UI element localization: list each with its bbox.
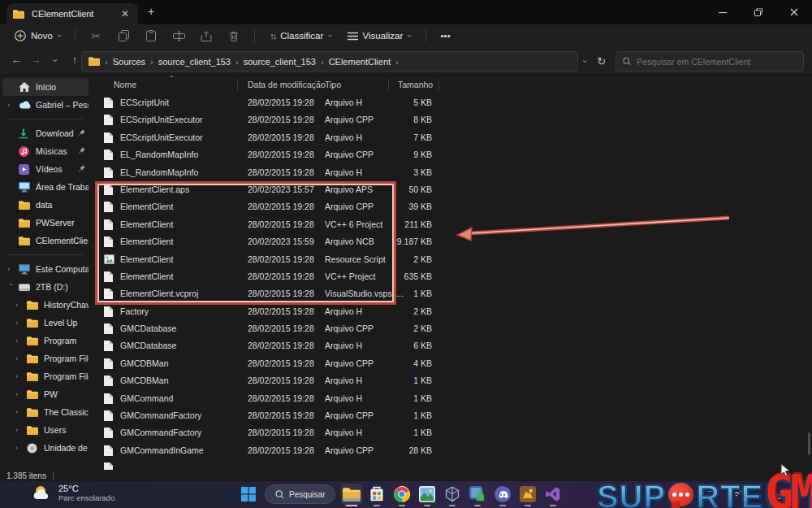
expand-chevron-icon[interactable]: › — [15, 354, 23, 363]
sidebar-item-pw[interactable]: ›PW — [2, 385, 89, 403]
search-input[interactable] — [637, 57, 797, 67]
more-options-button[interactable]: ••• — [434, 28, 457, 43]
sidebar-item-the-classic-pw[interactable]: ›The Classic PW — [2, 403, 89, 421]
file-row[interactable]: ECScriptUnit 28/02/2015 19:28 Arquivo H … — [91, 94, 812, 111]
delete-icon[interactable] — [222, 31, 246, 41]
file-row[interactable]: ElementClient 28/02/2015 19:28 VC++ Proj… — [91, 268, 812, 285]
breadcrumb-segment[interactable]: CElementClient — [329, 57, 391, 67]
taskbar-app-utility-app[interactable] — [517, 484, 538, 505]
sidebar-item-vi-deos[interactable]: Vídeos — [2, 160, 89, 178]
search-box[interactable] — [615, 51, 804, 72]
sidebar-item-program[interactable]: ›Program — [2, 332, 89, 350]
file-row[interactable]: ECScriptUnitExecutor 28/02/2015 19:28 Ar… — [91, 129, 812, 146]
file-row[interactable]: GMCDBMan 28/02/2015 19:28 Arquivo CPP 4 … — [91, 355, 812, 372]
sidebar-item-gabriel-pessoa[interactable]: ›Gabriel – Pessoa — [2, 96, 89, 114]
maximize-button[interactable] — [741, 0, 776, 24]
cut-icon[interactable]: ✂ — [84, 30, 108, 42]
sidebar-item-a-rea-de-trabalho[interactable]: Área de Trabalho — [2, 178, 89, 196]
breadcrumb-segment[interactable]: source_client_153 — [244, 57, 316, 67]
minimize-button[interactable] — [705, 0, 741, 24]
start-button[interactable] — [238, 484, 259, 505]
expand-chevron-icon[interactable]: › — [15, 444, 23, 452]
scrollbar-thumb[interactable] — [808, 432, 810, 455]
breadcrumb-segment[interactable]: Sources — [113, 57, 145, 67]
sidebar-item-celementclient[interactable]: CElementClient — [2, 232, 89, 250]
close-button[interactable] — [776, 0, 812, 24]
share-icon[interactable] — [194, 31, 218, 41]
taskbar-app-discord[interactable] — [492, 484, 513, 505]
new-tab-button[interactable]: + — [148, 5, 154, 18]
expand-chevron-icon[interactable]: › — [7, 265, 15, 273]
breadcrumb[interactable]: › Sources › source_client_153 › source_c… — [81, 51, 578, 72]
file-row[interactable]: GMCDatabase 28/02/2015 19:28 Arquivo CPP… — [91, 320, 812, 337]
sidebar-item-level-up[interactable]: ›Level Up — [2, 314, 89, 332]
sidebar-item-program-files[interactable]: ›Program Files — [2, 350, 89, 367]
sidebar-item-downloads[interactable]: Downloads — [2, 124, 89, 142]
column-date[interactable]: Data de modificação — [248, 80, 326, 89]
taskbar-app-cube-viewer[interactable] — [442, 484, 463, 505]
taskbar-search[interactable]: Pesquisar — [265, 484, 335, 504]
sidebar-item-2tb-d[interactable]: ›2TB (D:) — [2, 278, 89, 296]
taskbar-app-visual-studio[interactable] — [542, 484, 564, 505]
column-name[interactable]: Nome — [114, 80, 136, 89]
sidebar-item-mu-sicas[interactable]: Músicas — [2, 142, 89, 160]
back-icon[interactable]: ← — [6, 54, 26, 66]
sort-button[interactable]: ↑↓ Classificar› — [263, 28, 337, 43]
file-row[interactable]: EL_RandomMapInfo 28/02/2015 19:28 Arquiv… — [91, 146, 812, 163]
expand-chevron-icon[interactable]: › — [15, 426, 23, 434]
taskbar-app-photos[interactable] — [417, 484, 438, 505]
view-button[interactable]: Visualizar› — [341, 28, 417, 43]
forward-icon[interactable]: → — [26, 54, 45, 66]
sidebar-item-ini-cio[interactable]: Início — [2, 78, 89, 96]
sidebar-item-users[interactable]: ›Users — [2, 421, 89, 439]
expand-chevron-icon[interactable]: › — [15, 408, 23, 416]
column-size[interactable]: Tamanho — [398, 80, 433, 89]
paste-icon[interactable] — [139, 30, 163, 41]
sidebar-item-historychave7[interactable]: ›HistoryChave7 — [2, 296, 89, 314]
sidebar-item-pwserver[interactable]: PWServer — [2, 214, 89, 232]
file-row[interactable]: GMCommandFactory 28/02/2015 19:28 Arquiv… — [91, 407, 812, 424]
expand-chevron-icon[interactable]: › — [7, 101, 15, 109]
sidebar-item-este-computador[interactable]: ›Este Computador — [2, 260, 89, 278]
file-row[interactable]: GMCDBMan 28/02/2015 19:28 Arquivo H 1 KB — [91, 372, 812, 389]
sidebar-item-program-files[interactable]: ›Program Files — [2, 367, 89, 385]
file-row[interactable]: ElementClient 28/02/2015 19:28 Resource … — [91, 251, 812, 268]
file-row-partial[interactable] — [91, 459, 812, 470]
expand-chevron-icon[interactable]: › — [15, 319, 23, 327]
expand-chevron-icon[interactable]: › — [7, 284, 15, 291]
file-row[interactable]: ECScriptUnitExecutor 28/02/2015 19:28 Ar… — [91, 111, 812, 128]
file-row[interactable]: ElementClient 28/02/2015 19:28 VC++ 6 Pr… — [91, 216, 812, 233]
sidebar-item-label: Program Files — [44, 354, 89, 363]
weather-widget[interactable]: 25°C Parc ensolarado — [32, 484, 114, 502]
taskbar-app-security-app[interactable] — [467, 484, 488, 505]
file-row[interactable]: Factory 28/02/2015 19:28 Arquivo H 2 KB — [91, 303, 812, 320]
file-row[interactable]: GMCommand 28/02/2015 19:28 Arquivo H 1 K… — [91, 390, 812, 407]
rename-icon[interactable] — [166, 31, 191, 41]
file-row[interactable]: EL_RandomMapInfo 28/02/2015 19:28 Arquiv… — [91, 164, 812, 181]
column-type[interactable]: Tipo — [325, 80, 341, 89]
copy-icon[interactable] — [111, 30, 136, 41]
file-row[interactable]: GMCommandFactory 28/02/2015 19:28 Arquiv… — [91, 424, 812, 441]
address-dropdown-icon[interactable]: › — [577, 60, 589, 63]
expand-chevron-icon[interactable]: › — [15, 301, 23, 309]
refresh-icon[interactable]: ↻ — [597, 55, 606, 67]
file-row[interactable]: ElementClient.vcproj 28/02/2015 19:28 Vi… — [91, 285, 812, 302]
file-row[interactable]: GMCommandInGame 28/02/2015 19:28 Arquivo… — [91, 442, 812, 459]
explorer-tab[interactable]: CElementClient ✕ — [6, 3, 138, 24]
file-row[interactable]: ElementClient 28/02/2015 19:28 Arquivo C… — [91, 198, 812, 215]
taskbar-app-microsoft-store[interactable] — [366, 484, 387, 505]
tab-close-icon[interactable]: ✕ — [119, 8, 132, 20]
sidebar-item-unidade-de-dvd[interactable]: ›Unidade de DVD — [2, 439, 89, 457]
sidebar-item-data[interactable]: data — [2, 196, 89, 214]
new-button[interactable]: Novo› — [8, 28, 67, 44]
expand-chevron-icon[interactable]: › — [15, 390, 23, 398]
breadcrumb-segment[interactable]: source_client_153 — [158, 57, 231, 67]
history-chevron-icon[interactable]: › — [50, 51, 61, 71]
file-row[interactable]: ElementClient 20/02/2023 15:59 Arquivo N… — [91, 233, 812, 250]
file-row[interactable]: GMCDatabase 28/02/2015 19:28 Arquivo H 6… — [91, 337, 812, 354]
expand-chevron-icon[interactable]: › — [15, 372, 23, 380]
expand-chevron-icon[interactable]: › — [15, 336, 23, 345]
taskbar-app-chrome[interactable] — [391, 484, 412, 505]
taskbar-app-file-explorer[interactable] — [341, 484, 362, 505]
file-row[interactable]: ElementClient.aps 20/02/2023 15:57 Arqui… — [91, 181, 812, 198]
